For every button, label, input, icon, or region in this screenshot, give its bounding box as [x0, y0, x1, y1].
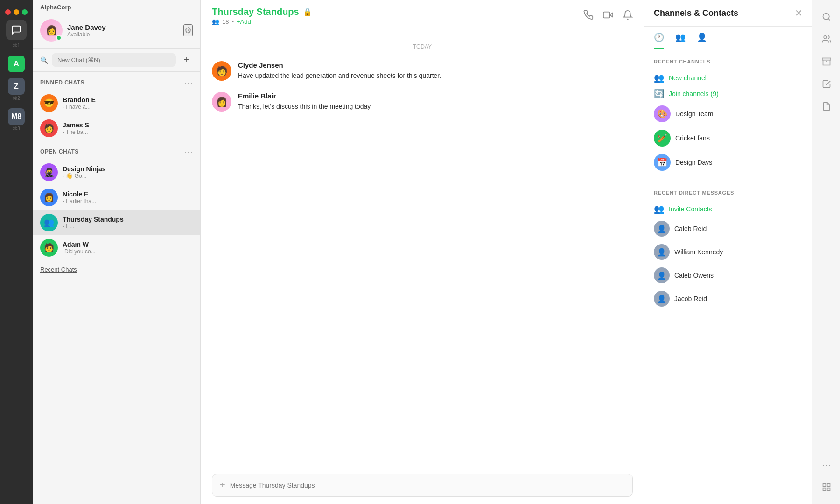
- channel-design-days[interactable]: 📅 Design Days: [654, 150, 803, 175]
- member-count: 18: [222, 18, 229, 25]
- dm-william-kennedy[interactable]: 👤 William Kennedy: [654, 240, 803, 264]
- nicole-info: Nicole E - Earlier tha...: [63, 190, 193, 204]
- brandon-preview: - I have a...: [63, 104, 193, 110]
- chat-input-area: +: [201, 466, 644, 504]
- invite-contacts-button[interactable]: 👥 Invite Contacts: [654, 201, 803, 217]
- design-ninjas-preview: - 👋 Go...: [63, 173, 193, 179]
- archive-strip-button[interactable]: [817, 52, 836, 71]
- svg-rect-1: [603, 12, 610, 18]
- pinned-chat-item-james[interactable]: 🧑 James S - The ba...: [33, 116, 200, 141]
- channel-design-team[interactable]: 🎨 Design Team: [654, 102, 803, 126]
- nicole-avatar: 👩: [40, 189, 58, 206]
- new-channel-button[interactable]: 👥 New channel: [654, 70, 803, 86]
- message-input[interactable]: [230, 482, 625, 489]
- nicole-preview: - Earlier tha...: [63, 198, 193, 204]
- search-strip-button[interactable]: [817, 7, 836, 26]
- right-panel: Channels & Contacts ✕ 🕐 👥 👤 RECENT CHANN…: [644, 0, 812, 504]
- chat-header-left: Thursday Standups 🔒 👥 18 • +Add: [212, 7, 312, 25]
- sidebar-header: 👩 Jane Davey Available ⚙: [33, 13, 200, 49]
- dm-jacob-reid[interactable]: 👤 Jacob Reid: [654, 287, 803, 310]
- cricket-fans-name: Cricket fans: [675, 134, 710, 142]
- pinned-chats-list: 😎 Brandon E - I have a... 🧑 James S - Th…: [33, 91, 200, 141]
- document-strip-button[interactable]: [817, 97, 836, 116]
- svg-rect-7: [823, 484, 826, 487]
- search-bar: 🔍 +: [33, 49, 200, 72]
- james-preview: - The ba...: [63, 129, 193, 135]
- dm-caleb-owens[interactable]: 👤 Caleb Owens: [654, 264, 803, 287]
- notifications-button[interactable]: [623, 10, 633, 22]
- workspace-a[interactable]: A: [8, 56, 25, 72]
- design-ninjas-info: Design Ninjas - 👋 Go...: [63, 165, 193, 179]
- chat-input-box: +: [212, 474, 633, 497]
- svg-point-2: [823, 14, 829, 20]
- adam-preview: -Did you co...: [63, 248, 193, 255]
- phone-button[interactable]: [583, 10, 594, 22]
- contacts-tab-icon: 👤: [697, 32, 707, 42]
- join-channels-button[interactable]: 🔄 Join channels (9): [654, 86, 803, 102]
- svg-rect-5: [822, 58, 830, 60]
- caleb-reid-name: Caleb Reid: [674, 225, 707, 232]
- user-status: Available: [67, 31, 106, 38]
- channel-cricket-fans[interactable]: 🏏 Cricket fans: [654, 126, 803, 150]
- recent-chats-link[interactable]: Recent Chats: [33, 260, 200, 279]
- chat-header: Thursday Standups 🔒 👥 18 • +Add: [201, 0, 644, 32]
- open-chat-design-ninjas[interactable]: 🥷 Design Ninjas - 👋 Go...: [33, 160, 200, 185]
- pinned-chats-more-button[interactable]: ⋯: [184, 77, 193, 88]
- grid-strip-button[interactable]: [817, 478, 836, 497]
- user-profile-area[interactable]: 👩 Jane Davey Available: [40, 19, 106, 42]
- task-strip-button[interactable]: [817, 75, 836, 93]
- settings-button[interactable]: ⚙: [183, 24, 193, 36]
- open-chat-adam[interactable]: 🧑 Adam W -Did you co...: [33, 235, 200, 260]
- caleb-owens-name: Caleb Owens: [674, 272, 714, 279]
- user-status-dot: [56, 35, 62, 41]
- tab-contacts[interactable]: 👤: [697, 27, 707, 49]
- tab-channels[interactable]: 👥: [675, 27, 686, 49]
- design-ninjas-name: Design Ninjas: [63, 165, 193, 173]
- dm-caleb-reid[interactable]: 👤 Caleb Reid: [654, 217, 803, 240]
- open-chat-thursday-standups[interactable]: 👥 Thursday Standups - E...: [33, 210, 200, 235]
- right-panel-content: RECENT CHANNELS 👥 New channel 🔄 Join cha…: [644, 49, 812, 504]
- open-chats-section-header: OPEN CHATS ⋯: [33, 141, 200, 160]
- svg-rect-9: [827, 488, 830, 491]
- chat-nav-icon[interactable]: [6, 20, 27, 40]
- design-days-name: Design Days: [675, 159, 712, 166]
- chat-title-wrap: Thursday Standups 🔒: [212, 7, 312, 17]
- user-name: Jane Davey: [67, 23, 106, 31]
- search-input[interactable]: [52, 53, 176, 67]
- invite-contacts-label: Invite Contacts: [669, 205, 712, 213]
- company-name: AlphaCorp: [33, 0, 200, 13]
- workspace-z[interactable]: Z: [8, 78, 25, 95]
- join-channels-label: Join channels (9): [669, 90, 719, 98]
- section-divider: [654, 182, 803, 182]
- chat-meta: 👥 18 • +Add: [212, 18, 312, 25]
- add-member-button[interactable]: +Add: [237, 18, 251, 25]
- emilie-sender: Emilie Blair: [238, 92, 372, 100]
- more-strip-button[interactable]: ⋯: [817, 455, 836, 474]
- window-dot-green: [22, 9, 28, 15]
- adam-avatar: 🧑: [40, 239, 58, 257]
- adam-name: Adam W: [63, 241, 193, 248]
- james-avatar: 🧑: [40, 119, 58, 137]
- window-dot-yellow: [14, 9, 19, 15]
- attach-button[interactable]: +: [220, 480, 225, 490]
- workspace-m[interactable]: M 8: [8, 108, 25, 125]
- james-name: James S: [63, 121, 193, 129]
- thursday-standups-preview: - E...: [63, 223, 193, 230]
- recent-dms-section-label: RECENT DIRECT MESSAGES: [654, 190, 803, 196]
- emilie-text: Thanks, let's discuss this in the meetin…: [238, 102, 372, 112]
- date-divider: TODAY: [212, 43, 633, 50]
- open-chats-more-button[interactable]: ⋯: [184, 147, 193, 157]
- new-chat-button[interactable]: +: [180, 54, 193, 67]
- pinned-chats-section-header: PINNED CHATS ⋯: [33, 72, 200, 91]
- people-strip-button[interactable]: [817, 30, 836, 49]
- jacob-reid-name: Jacob Reid: [674, 295, 707, 302]
- far-right-strip: ⋯: [812, 0, 840, 504]
- brandon-chat-info: Brandon E - I have a...: [63, 96, 193, 110]
- recent-channels-section-label: RECENT CHANNELS: [654, 59, 803, 64]
- open-chat-nicole[interactable]: 👩 Nicole E - Earlier tha...: [33, 185, 200, 210]
- pinned-chat-item-brandon[interactable]: 😎 Brandon E - I have a...: [33, 91, 200, 116]
- tab-recent[interactable]: 🕐: [654, 27, 664, 49]
- members-icon: 👥: [212, 18, 219, 25]
- video-button[interactable]: [603, 10, 613, 22]
- right-panel-close-button[interactable]: ✕: [795, 7, 803, 19]
